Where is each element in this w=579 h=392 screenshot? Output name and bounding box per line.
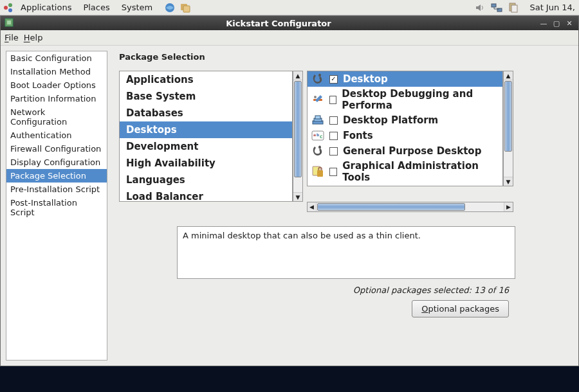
svg-point-2 (8, 8, 12, 12)
package-list[interactable]: DesktopDesktop Debugging and PerformaDes… (307, 71, 503, 186)
close-button[interactable]: ✕ (564, 19, 574, 28)
scroll-up-icon[interactable]: ▲ (504, 71, 513, 80)
package-label: General Purpose Desktop (343, 145, 481, 157)
svg-rect-5 (183, 6, 190, 12)
maximize-button[interactable]: ▢ (551, 19, 562, 28)
keyb-icon (311, 186, 324, 186)
titlebar: Kickstart Configurator — ▢ ✕ (1, 16, 578, 30)
package-item[interactable]: Graphical Administration Tools (308, 159, 502, 184)
panel-menu-system[interactable]: System (116, 1, 158, 13)
package-checkbox[interactable] (329, 116, 338, 125)
category-item[interactable]: Desktops (120, 121, 292, 138)
scroll-down-icon[interactable]: ▼ (293, 192, 302, 201)
sidebar-item[interactable]: Authentication (6, 129, 107, 142)
sidebar-item[interactable]: Boot Loader Options (6, 78, 107, 92)
package-checkbox[interactable] (329, 96, 336, 104)
app-window: Kickstart Configurator — ▢ ✕ File Help B… (0, 15, 579, 366)
lock-icon (311, 165, 324, 178)
scroll-left-icon[interactable]: ◀ (308, 202, 317, 211)
app-icon (5, 18, 15, 28)
sidebar-item[interactable]: Firewall Configuration (6, 142, 107, 156)
package-item[interactable]: Input Methods (308, 184, 502, 186)
package-checkbox[interactable] (329, 147, 338, 156)
optional-count-label: Optional packages selected: 13 of 16 (119, 285, 573, 295)
svg-point-14 (314, 96, 317, 98)
svg-point-22 (318, 146, 321, 149)
category-scrollbar[interactable]: ▲ ▼ (293, 71, 303, 202)
menu-help[interactable]: Help (24, 33, 43, 42)
package-checkbox[interactable] (329, 168, 337, 176)
svg-rect-17 (315, 116, 320, 119)
sidebar-item[interactable]: Network Configuration (6, 105, 107, 129)
category-item[interactable]: High Availability (120, 155, 292, 172)
package-item[interactable]: General Purpose Desktop (308, 143, 502, 159)
system-panel: Applications Places System Sat Jun 14, (0, 0, 579, 15)
category-item[interactable]: Base System (120, 88, 292, 105)
package-checkbox[interactable] (329, 132, 338, 140)
category-item[interactable]: Languages (120, 172, 292, 188)
foot-icon (311, 145, 324, 157)
svg-point-1 (8, 3, 12, 7)
sidebar: Basic ConfigurationInstallation MethodBo… (6, 51, 107, 361)
svg-point-12 (318, 74, 321, 77)
package-label: Graphical Administration Tools (342, 160, 499, 183)
optional-packages-button[interactable]: Optional packages (412, 300, 509, 317)
panel-menu-places[interactable]: Places (78, 1, 115, 13)
scroll-right-icon[interactable]: ▶ (504, 202, 513, 211)
sidebar-item[interactable]: Basic Configuration (6, 51, 107, 65)
package-scrollbar-v[interactable]: ▲ ▼ (503, 71, 513, 186)
browser-icon[interactable] (164, 2, 176, 13)
package-label: Desktop Debugging and Performa (342, 88, 499, 111)
panel-menu-applications[interactable]: Applications (15, 1, 77, 13)
volume-icon[interactable] (474, 2, 486, 13)
description-box: A minimal desktop that can also be used … (177, 226, 515, 279)
svg-rect-24 (317, 170, 323, 177)
category-item[interactable]: Load Balancer (120, 188, 292, 202)
tools-icon (311, 93, 324, 106)
distro-icon (3, 2, 14, 13)
svg-rect-9 (511, 5, 517, 12)
panel-clock[interactable]: Sat Jun 14, (524, 1, 575, 13)
sidebar-item[interactable]: Display Configuration (6, 156, 107, 169)
menu-file[interactable]: File (5, 33, 19, 42)
stack-icon (311, 114, 324, 127)
svg-point-0 (4, 6, 8, 10)
page-title: Package Selection (119, 52, 573, 62)
package-label: Desktop (343, 73, 388, 85)
category-item[interactable]: Development (120, 138, 292, 155)
package-item[interactable]: Desktop Platform (308, 112, 502, 128)
sidebar-item[interactable]: Partition Information (6, 92, 107, 105)
category-item[interactable]: Databases (120, 105, 292, 121)
scroll-down-icon[interactable]: ▼ (504, 177, 513, 186)
clipboard-icon[interactable] (508, 2, 519, 13)
sidebar-item[interactable]: Installation Method (6, 65, 107, 78)
window-title: Kickstart Configurator (19, 19, 538, 28)
svg-rect-6 (492, 4, 496, 7)
package-label: Fonts (343, 130, 373, 141)
sidebar-item[interactable]: Package Selection (6, 169, 107, 183)
sidebar-item[interactable]: Post-Installation Script (6, 196, 107, 219)
package-item[interactable]: abCFonts (308, 128, 502, 143)
minimize-button[interactable]: — (538, 19, 549, 28)
files-icon[interactable] (179, 2, 191, 13)
foot-icon (311, 73, 324, 85)
abc-icon: abC (311, 129, 324, 142)
sidebar-item[interactable]: Pre-Installation Script (6, 183, 107, 196)
package-item[interactable]: Desktop (308, 71, 502, 87)
svg-text:C: C (320, 134, 323, 139)
network-icon[interactable] (491, 2, 502, 13)
package-scrollbar-h[interactable]: ◀ ▶ (307, 202, 513, 212)
category-list[interactable]: ApplicationsBase SystemDatabasesDesktops… (119, 71, 293, 202)
menubar: File Help (1, 30, 578, 46)
scroll-up-icon[interactable]: ▲ (293, 71, 302, 80)
package-checkbox[interactable] (329, 75, 338, 84)
svg-rect-11 (7, 21, 11, 24)
package-label: Desktop Platform (343, 114, 438, 126)
svg-text:a: a (313, 132, 316, 137)
package-item[interactable]: Desktop Debugging and Performa (308, 87, 502, 112)
category-item[interactable]: Applications (120, 71, 292, 88)
